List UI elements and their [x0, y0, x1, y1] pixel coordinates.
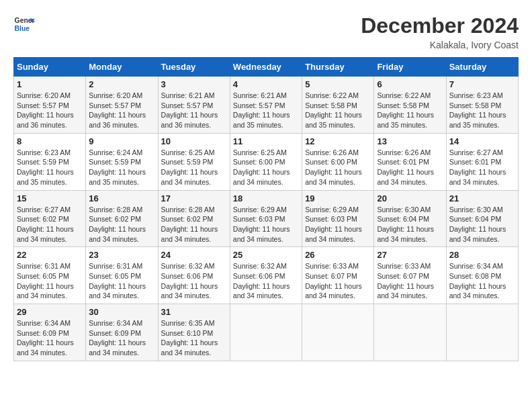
calendar-day-21: 21Sunrise: 6:30 AMSunset: 6:04 PMDayligh… [446, 190, 518, 247]
day-info: Sunrise: 6:20 AMSunset: 5:57 PMDaylight:… [17, 91, 83, 130]
day-info: Sunrise: 6:21 AMSunset: 5:57 PMDaylight:… [161, 91, 227, 130]
calendar-day-14: 14Sunrise: 6:27 AMSunset: 6:01 PMDayligh… [446, 133, 518, 190]
day-info: Sunrise: 6:34 AMSunset: 6:09 PMDaylight:… [89, 318, 154, 358]
calendar-week-4: 22Sunrise: 6:31 AMSunset: 6:05 PMDayligh… [14, 247, 519, 304]
day-number: 4 [233, 79, 299, 89]
calendar-day-22: 22Sunrise: 6:31 AMSunset: 6:05 PMDayligh… [14, 247, 86, 304]
day-number: 11 [233, 136, 299, 146]
day-info: Sunrise: 6:26 AMSunset: 6:01 PMDaylight:… [377, 148, 443, 187]
day-number: 8 [17, 136, 83, 146]
day-number: 22 [17, 250, 83, 260]
calendar-header-row: SundayMondayTuesdayWednesdayThursdayFrid… [14, 58, 519, 77]
day-info: Sunrise: 6:35 AMSunset: 6:10 PMDaylight:… [161, 318, 227, 358]
day-number: 27 [377, 250, 443, 260]
day-number: 21 [449, 193, 515, 203]
day-number: 9 [89, 136, 154, 146]
day-number: 2 [89, 79, 154, 89]
day-info: Sunrise: 6:26 AMSunset: 6:00 PMDaylight:… [305, 148, 371, 187]
day-number: 3 [161, 79, 227, 89]
calendar-day-4: 4Sunrise: 6:21 AMSunset: 5:57 PMDaylight… [230, 77, 302, 134]
day-info: Sunrise: 6:22 AMSunset: 5:58 PMDaylight:… [377, 91, 443, 130]
header-friday: Friday [374, 58, 446, 77]
day-number: 6 [377, 79, 443, 89]
calendar-day-8: 8Sunrise: 6:23 AMSunset: 5:59 PMDaylight… [14, 133, 86, 190]
calendar-day-23: 23Sunrise: 6:31 AMSunset: 6:05 PMDayligh… [86, 247, 158, 304]
calendar-day-27: 27Sunrise: 6:33 AMSunset: 6:07 PMDayligh… [374, 247, 446, 304]
day-number: 17 [161, 193, 227, 203]
day-number: 26 [305, 250, 371, 260]
day-number: 30 [89, 307, 154, 317]
header-wednesday: Wednesday [230, 58, 302, 77]
day-info: Sunrise: 6:33 AMSunset: 6:07 PMDaylight:… [377, 261, 443, 301]
day-info: Sunrise: 6:29 AMSunset: 6:03 PMDaylight:… [233, 205, 299, 244]
header-sunday: Sunday [14, 58, 86, 77]
day-number: 19 [305, 193, 371, 203]
calendar-day-26: 26Sunrise: 6:33 AMSunset: 6:07 PMDayligh… [302, 247, 374, 304]
calendar-day-31: 31Sunrise: 6:35 AMSunset: 6:10 PMDayligh… [158, 304, 230, 361]
day-info: Sunrise: 6:21 AMSunset: 5:57 PMDaylight:… [233, 91, 299, 130]
header-tuesday: Tuesday [158, 58, 230, 77]
calendar-day-13: 13Sunrise: 6:26 AMSunset: 6:01 PMDayligh… [374, 133, 446, 190]
day-info: Sunrise: 6:25 AMSunset: 6:00 PMDaylight:… [233, 148, 299, 187]
day-info: Sunrise: 6:30 AMSunset: 6:04 PMDaylight:… [449, 205, 515, 244]
day-number: 16 [89, 193, 154, 203]
day-info: Sunrise: 6:33 AMSunset: 6:07 PMDaylight:… [305, 261, 371, 301]
day-info: Sunrise: 6:20 AMSunset: 5:57 PMDaylight:… [89, 91, 154, 130]
day-info: Sunrise: 6:34 AMSunset: 6:09 PMDaylight:… [17, 318, 83, 358]
calendar-week-3: 15Sunrise: 6:27 AMSunset: 6:02 PMDayligh… [14, 190, 519, 247]
calendar-week-1: 1Sunrise: 6:20 AMSunset: 5:57 PMDaylight… [14, 77, 519, 134]
calendar-day-11: 11Sunrise: 6:25 AMSunset: 6:00 PMDayligh… [230, 133, 302, 190]
calendar-day-9: 9Sunrise: 6:24 AMSunset: 5:59 PMDaylight… [86, 133, 158, 190]
header-monday: Monday [86, 58, 158, 77]
calendar-day-3: 3Sunrise: 6:21 AMSunset: 5:57 PMDaylight… [158, 77, 230, 134]
empty-cell [302, 304, 374, 361]
calendar-day-25: 25Sunrise: 6:32 AMSunset: 6:06 PMDayligh… [230, 247, 302, 304]
day-info: Sunrise: 6:29 AMSunset: 6:03 PMDaylight:… [305, 205, 371, 244]
day-number: 31 [161, 307, 227, 317]
calendar-day-16: 16Sunrise: 6:28 AMSunset: 6:02 PMDayligh… [86, 190, 158, 247]
day-number: 20 [377, 193, 443, 203]
day-number: 29 [17, 307, 83, 317]
day-info: Sunrise: 6:32 AMSunset: 6:06 PMDaylight:… [161, 261, 227, 301]
month-title: December 2024 [361, 13, 519, 38]
calendar-day-15: 15Sunrise: 6:27 AMSunset: 6:02 PMDayligh… [14, 190, 86, 247]
day-info: Sunrise: 6:31 AMSunset: 6:05 PMDaylight:… [17, 261, 83, 301]
calendar-table: SundayMondayTuesdayWednesdayThursdayFrid… [13, 57, 519, 361]
calendar-day-28: 28Sunrise: 6:34 AMSunset: 6:08 PMDayligh… [446, 247, 518, 304]
day-info: Sunrise: 6:28 AMSunset: 6:02 PMDaylight:… [89, 205, 154, 244]
calendar-day-20: 20Sunrise: 6:30 AMSunset: 6:04 PMDayligh… [374, 190, 446, 247]
empty-cell [374, 304, 446, 361]
day-number: 14 [449, 136, 515, 146]
day-info: Sunrise: 6:23 AMSunset: 5:58 PMDaylight:… [449, 91, 515, 130]
calendar-day-1: 1Sunrise: 6:20 AMSunset: 5:57 PMDaylight… [14, 77, 86, 134]
svg-text:Blue: Blue [15, 25, 30, 32]
calendar-day-12: 12Sunrise: 6:26 AMSunset: 6:00 PMDayligh… [302, 133, 374, 190]
calendar-day-18: 18Sunrise: 6:29 AMSunset: 6:03 PMDayligh… [230, 190, 302, 247]
day-number: 28 [449, 250, 515, 260]
day-info: Sunrise: 6:28 AMSunset: 6:02 PMDaylight:… [161, 205, 227, 244]
title-block: December 2024 Kalakala, Ivory Coast [361, 13, 519, 50]
calendar-day-6: 6Sunrise: 6:22 AMSunset: 5:58 PMDaylight… [374, 77, 446, 134]
location: Kalakala, Ivory Coast [361, 40, 519, 50]
day-info: Sunrise: 6:25 AMSunset: 5:59 PMDaylight:… [161, 148, 227, 187]
empty-cell [446, 304, 518, 361]
empty-cell [230, 304, 302, 361]
calendar-day-24: 24Sunrise: 6:32 AMSunset: 6:06 PMDayligh… [158, 247, 230, 304]
day-number: 23 [89, 250, 154, 260]
calendar-day-17: 17Sunrise: 6:28 AMSunset: 6:02 PMDayligh… [158, 190, 230, 247]
header-thursday: Thursday [302, 58, 374, 77]
day-info: Sunrise: 6:27 AMSunset: 6:01 PMDaylight:… [449, 148, 515, 187]
day-number: 7 [449, 79, 515, 89]
day-info: Sunrise: 6:34 AMSunset: 6:08 PMDaylight:… [449, 261, 515, 301]
day-number: 10 [161, 136, 227, 146]
calendar-day-19: 19Sunrise: 6:29 AMSunset: 6:03 PMDayligh… [302, 190, 374, 247]
header-saturday: Saturday [446, 58, 518, 77]
day-info: Sunrise: 6:22 AMSunset: 5:58 PMDaylight:… [305, 91, 371, 130]
day-number: 5 [305, 79, 371, 89]
day-info: Sunrise: 6:24 AMSunset: 5:59 PMDaylight:… [89, 148, 154, 187]
day-number: 25 [233, 250, 299, 260]
day-number: 15 [17, 193, 83, 203]
calendar-week-5: 29Sunrise: 6:34 AMSunset: 6:09 PMDayligh… [14, 304, 519, 361]
calendar-day-10: 10Sunrise: 6:25 AMSunset: 5:59 PMDayligh… [158, 133, 230, 190]
logo: General Blue [13, 13, 35, 35]
